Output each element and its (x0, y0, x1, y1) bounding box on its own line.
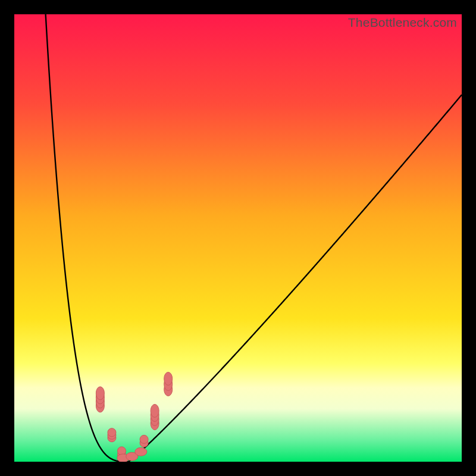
data-marker (108, 428, 116, 437)
data-marker (135, 447, 147, 456)
data-marker (164, 372, 173, 385)
bottleneck-chart (14, 14, 462, 462)
data-marker (140, 435, 148, 443)
chart-frame: TheBottleneck.com (14, 14, 462, 462)
gradient-background (14, 14, 462, 462)
data-marker (151, 404, 159, 417)
watermark-text: TheBottleneck.com (348, 15, 457, 30)
data-marker (96, 387, 104, 400)
